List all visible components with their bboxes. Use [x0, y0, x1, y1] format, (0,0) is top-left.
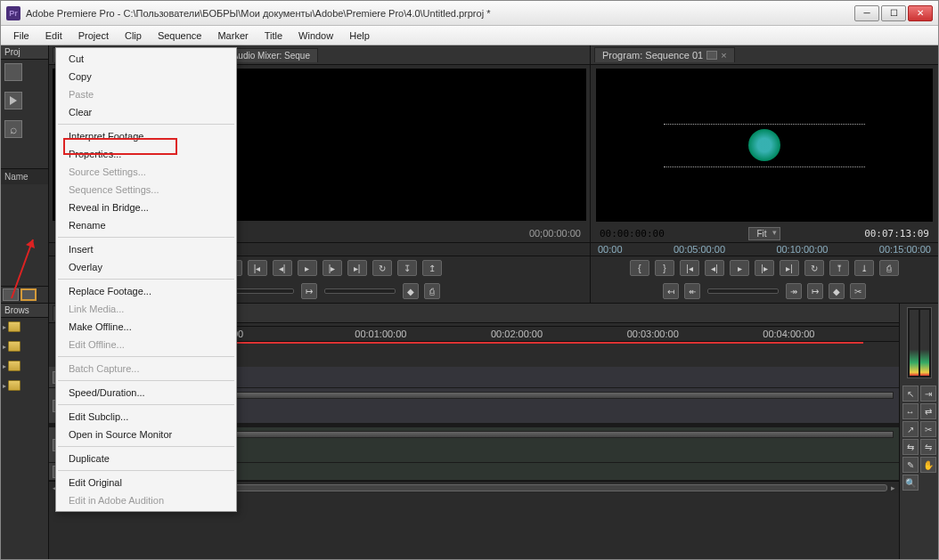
menu-sequence[interactable]: Sequence: [151, 28, 209, 43]
clip-thumbnail-icon: [748, 129, 780, 161]
folder-icon: [8, 380, 20, 391]
extract-button[interactable]: ⤓: [854, 260, 874, 276]
menu-window[interactable]: Window: [291, 28, 340, 43]
menu-project[interactable]: Project: [71, 28, 116, 43]
context-menu-item[interactable]: Insert: [56, 240, 236, 258]
step-back-button[interactable]: ◂|: [273, 260, 292, 276]
program-transport-controls: { } |◂ ◂| ▸ |▸ ▸| ↻ ⤒ ⤓ ⎙: [591, 256, 938, 280]
menu-edit[interactable]: Edit: [38, 28, 69, 43]
next-edit-button[interactable]: ↠: [786, 283, 802, 299]
goto-out-button[interactable]: ▸|: [780, 260, 799, 276]
razor-tool[interactable]: ✂: [920, 421, 936, 437]
play-button[interactable]: ▸: [298, 260, 317, 276]
context-menu-item[interactable]: Cut: [56, 50, 236, 68]
lift-button[interactable]: ⤒: [829, 260, 849, 276]
menu-title[interactable]: Title: [257, 28, 290, 43]
context-menu-item[interactable]: Clear: [56, 103, 236, 121]
drive-item[interactable]: ▸: [3, 321, 46, 332]
slide-tool[interactable]: ⇋: [920, 439, 936, 455]
trim-button[interactable]: ✂: [850, 283, 866, 299]
context-menu-item: Sequence Settings...: [56, 181, 236, 199]
hand-tool[interactable]: ✋: [920, 457, 936, 473]
context-menu-item[interactable]: Properties...: [56, 145, 236, 163]
project-tab[interactable]: Proj: [1, 45, 48, 60]
program-tc-current: 00:00:00:00: [600, 228, 665, 239]
jog-right-icon[interactable]: ↦: [807, 283, 823, 299]
step-fwd-button[interactable]: |▸: [755, 260, 774, 276]
step-fwd-button[interactable]: |▸: [323, 260, 342, 276]
menubar: File Edit Project Clip Sequence Marker T…: [1, 26, 938, 45]
ruler-tick: 00:02:00:00: [491, 329, 627, 339]
set-in-button[interactable]: {: [630, 260, 649, 276]
drive-item[interactable]: ▸: [3, 380, 46, 391]
ruler-tick: 00:05:00:00: [674, 244, 725, 255]
play-thumb-icon[interactable]: [4, 92, 22, 110]
minimize-button[interactable]: ─: [854, 5, 879, 21]
shuttle-slider[interactable]: [324, 288, 396, 294]
goto-out-button[interactable]: ▸|: [347, 260, 367, 276]
rolling-tool[interactable]: ⇄: [920, 403, 936, 419]
program-time-ruler[interactable]: 00:00 00:05:00:00 00:10:00:00 00:15:00:0…: [591, 242, 938, 256]
prev-edit-button[interactable]: ↞: [684, 283, 700, 299]
menu-clip[interactable]: Clip: [118, 28, 149, 43]
close-tab-icon[interactable]: ×: [721, 50, 726, 61]
context-menu-item[interactable]: Replace Footage...: [56, 282, 236, 300]
ruler-tick: 00:00: [219, 329, 355, 339]
export-frame-button[interactable]: ⎙: [424, 283, 440, 299]
menu-help[interactable]: Help: [342, 28, 377, 43]
pen-tool[interactable]: ✎: [902, 457, 919, 473]
window-titlebar: Pr Adobe Premiere Pro - C:\Пользователи\…: [1, 1, 938, 26]
app-icon: Pr: [6, 6, 20, 20]
context-menu-item[interactable]: Interpret Footage...: [56, 127, 236, 145]
context-menu-item: Batch Capture...: [56, 360, 236, 377]
context-menu-item: Paste: [56, 85, 236, 103]
shuttle-slider[interactable]: [707, 288, 779, 294]
audio-mixer-tab[interactable]: Audio Mixer: Seque: [225, 48, 318, 62]
zoom-fit-dropdown[interactable]: Fit: [748, 227, 780, 240]
play-button[interactable]: ▸: [730, 260, 749, 276]
loop-button[interactable]: ↻: [804, 260, 824, 276]
context-menu-item[interactable]: Speed/Duration...: [56, 384, 236, 402]
export-frame-button[interactable]: ⎙: [879, 260, 899, 276]
context-menu-item[interactable]: Overlay: [56, 258, 236, 276]
track-select-tool[interactable]: ⇥: [920, 386, 936, 402]
marker-button[interactable]: ◆: [829, 283, 845, 299]
panel-menu-icon[interactable]: [706, 51, 717, 60]
context-menu-item[interactable]: Make Offline...: [56, 318, 236, 336]
maximize-button[interactable]: ☐: [881, 5, 906, 21]
goto-in-button[interactable]: |◂: [248, 260, 267, 276]
menu-file[interactable]: File: [6, 28, 37, 43]
close-button[interactable]: ✕: [908, 5, 933, 21]
drive-item[interactable]: ▸: [3, 341, 46, 352]
media-browser-tab[interactable]: Brows: [1, 304, 48, 318]
work-area-bar[interactable]: [219, 342, 863, 344]
context-menu-item[interactable]: Duplicate: [56, 450, 236, 467]
jog-right-icon[interactable]: ↦: [301, 283, 317, 299]
set-out-button[interactable]: }: [655, 260, 674, 276]
context-menu-item[interactable]: Edit Original: [56, 474, 236, 491]
drive-item[interactable]: ▸: [3, 361, 46, 371]
media-browser-panel: Brows ▸ ▸ ▸ ▸: [1, 304, 49, 559]
slip-tool[interactable]: ⇆: [902, 439, 919, 455]
context-menu-item[interactable]: Open in Source Monitor: [56, 426, 236, 443]
search-icon[interactable]: [4, 120, 22, 138]
context-menu-item[interactable]: Edit Subclip...: [56, 408, 236, 426]
rate-stretch-tool[interactable]: ↗: [902, 421, 919, 437]
loop-button[interactable]: ↻: [372, 260, 392, 276]
jog-left-icon[interactable]: ↤: [663, 283, 679, 299]
context-menu-item[interactable]: Reveal in Bridge...: [56, 199, 236, 216]
context-menu-item[interactable]: Copy: [56, 68, 236, 85]
step-back-button[interactable]: ◂|: [705, 260, 724, 276]
ruler-tick: 00:00: [598, 244, 623, 255]
goto-in-button[interactable]: |◂: [680, 260, 699, 276]
ruler-tick: 00:03:00:00: [627, 329, 763, 339]
program-tab[interactable]: Program: Sequence 01×: [594, 47, 735, 62]
marker-button[interactable]: ◆: [403, 283, 419, 299]
ripple-tool[interactable]: ↔: [902, 403, 919, 419]
insert-button[interactable]: ↧: [397, 260, 417, 276]
context-menu-item[interactable]: Rename: [56, 216, 236, 234]
selection-tool[interactable]: ↖: [902, 386, 919, 402]
overlay-button[interactable]: ↥: [422, 260, 442, 276]
menu-marker[interactable]: Marker: [210, 28, 255, 43]
zoom-tool[interactable]: 🔍: [902, 475, 919, 491]
